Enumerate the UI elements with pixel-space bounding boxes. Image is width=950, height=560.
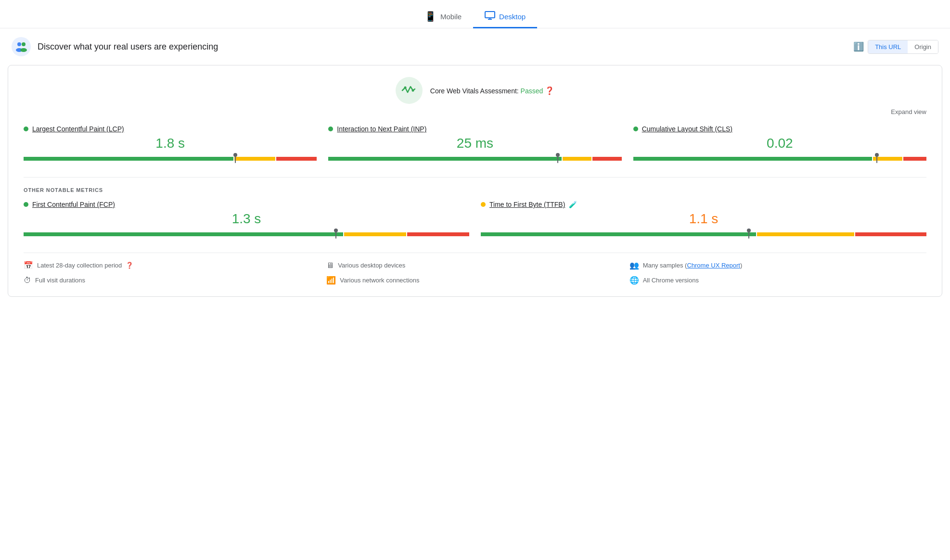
cls-value: 0.02 <box>633 136 926 151</box>
url-toggle: This URL Origin <box>868 40 938 54</box>
header-section: Discover what your real users are experi… <box>0 28 950 65</box>
footer-collection-text: Latest 28-day collection period <box>37 262 122 269</box>
metric-fcp: First Contentful Paint (FCP) 1.3 s <box>24 201 469 239</box>
cls-link[interactable]: Cumulative Layout Shift (CLS) <box>642 125 732 133</box>
desktop-icon <box>485 11 495 22</box>
expand-view-link[interactable]: Expand view <box>891 108 926 115</box>
timer-icon: ⏱ <box>24 276 31 285</box>
fcp-dot <box>24 202 28 207</box>
footer-visit-durations: ⏱ Full visit durations <box>24 276 321 285</box>
metric-lcp: Largest Contentful Paint (LCP) 1.8 s <box>24 125 317 164</box>
users-small-icon: 👥 <box>629 261 639 270</box>
ttfb-value: 1.1 s <box>481 211 926 227</box>
footer-samples-text: Many samples (Chrome UX Report) <box>643 262 743 269</box>
metric-cls: Cumulative Layout Shift (CLS) 0.02 <box>633 125 926 164</box>
footer-info: 📅 Latest 28-day collection period ❓ 🖥 Va… <box>24 253 926 285</box>
tab-desktop[interactable]: Desktop <box>473 6 537 28</box>
origin-button[interactable]: Origin <box>908 40 938 53</box>
mobile-icon: 📱 <box>424 11 436 22</box>
info-icon[interactable]: ℹ️ <box>853 41 864 52</box>
calendar-icon: 📅 <box>24 261 33 270</box>
svg-point-8 <box>404 87 406 89</box>
section-divider <box>24 177 926 178</box>
lcp-link[interactable]: Largest Contentful Paint (LCP) <box>32 125 124 133</box>
cls-bar-red <box>903 157 926 161</box>
footer-chrome-text: All Chrome versions <box>643 277 699 284</box>
fcp-bar-marker <box>335 230 336 239</box>
ttfb-label: Time to First Byte (TTFB) 🧪 <box>481 201 926 208</box>
lcp-bar-orange <box>234 157 275 161</box>
footer-devices-text: Various desktop devices <box>338 262 405 269</box>
svg-point-5 <box>22 42 26 46</box>
lcp-value: 1.8 s <box>24 136 317 151</box>
cwv-help-icon[interactable]: ❓ <box>545 87 554 95</box>
cls-bar <box>633 154 926 164</box>
cls-label: Cumulative Layout Shift (CLS) <box>633 125 926 133</box>
lcp-bar-red <box>276 157 317 161</box>
svg-point-7 <box>20 48 27 52</box>
metric-inp: Interaction to Next Paint (INP) 25 ms <box>328 125 621 164</box>
footer-network-text: Various network connections <box>340 277 419 284</box>
inp-bar-green <box>328 157 561 161</box>
metrics-grid-top: Largest Contentful Paint (LCP) 1.8 s Int… <box>24 125 926 164</box>
other-metrics-label: OTHER NOTABLE METRICS <box>24 187 926 193</box>
cwv-assessment-label: Core Web Vitals Assessment: <box>430 87 519 95</box>
main-card: Core Web Vitals Assessment: Passed ❓ Exp… <box>8 65 942 297</box>
fcp-link[interactable]: First Contentful Paint (FCP) <box>32 201 115 208</box>
lcp-bar <box>24 154 317 164</box>
ttfb-link[interactable]: Time to First Byte (TTFB) <box>489 201 565 208</box>
footer-collection-help[interactable]: ❓ <box>126 262 133 269</box>
fcp-bar <box>24 229 469 239</box>
fcp-label: First Contentful Paint (FCP) <box>24 201 469 208</box>
footer-collection-period: 📅 Latest 28-day collection period ❓ <box>24 261 321 270</box>
inp-bar-red <box>592 157 622 161</box>
cls-bar-orange <box>873 157 902 161</box>
cwv-header: Core Web Vitals Assessment: Passed ❓ <box>24 77 926 104</box>
tab-mobile-label: Mobile <box>440 13 462 21</box>
tab-desktop-label: Desktop <box>499 13 526 21</box>
fcp-bar-orange <box>344 232 406 236</box>
footer-visit-text: Full visit durations <box>35 277 85 284</box>
inp-value: 25 ms <box>328 136 621 151</box>
ttfb-bar-green <box>481 232 756 236</box>
chrome-icon: 🌐 <box>629 276 639 285</box>
crux-link[interactable]: Chrome UX Report <box>687 262 740 269</box>
lcp-bar-green <box>24 157 233 161</box>
this-url-button[interactable]: This URL <box>868 40 908 53</box>
cwv-title: Core Web Vitals Assessment: Passed ❓ <box>430 86 554 95</box>
network-icon: 📶 <box>326 276 336 285</box>
svg-rect-0 <box>485 12 495 18</box>
lcp-bar-marker <box>235 154 236 163</box>
tab-mobile[interactable]: 📱 Mobile <box>413 6 473 28</box>
ttfb-bar-red <box>855 232 926 236</box>
cls-dot <box>633 127 638 131</box>
ttfb-bar-marker <box>748 230 749 239</box>
ttfb-dot <box>481 202 486 207</box>
svg-point-9 <box>411 89 414 92</box>
inp-link[interactable]: Interaction to Next Paint (INP) <box>337 125 426 133</box>
tab-bar: 📱 Mobile Desktop <box>0 0 950 28</box>
fcp-bar-green <box>24 232 343 236</box>
footer-chrome: 🌐 All Chrome versions <box>629 276 926 285</box>
ttfb-bar <box>481 229 926 239</box>
footer-samples: 👥 Many samples (Chrome UX Report) <box>629 261 926 270</box>
svg-point-4 <box>17 42 21 46</box>
header-left: Discover what your real users are experi… <box>12 37 218 56</box>
footer-network: 📶 Various network connections <box>326 276 623 285</box>
metrics-grid-bottom: First Contentful Paint (FCP) 1.3 s Time … <box>24 201 926 239</box>
monitor-icon: 🖥 <box>326 261 334 270</box>
inp-label: Interaction to Next Paint (INP) <box>328 125 621 133</box>
users-icon <box>12 37 31 56</box>
expand-view: Expand view <box>24 108 926 115</box>
fcp-bar-red <box>407 232 469 236</box>
ttfb-bar-orange <box>757 232 855 236</box>
header-title: Discover what your real users are experi… <box>38 42 218 52</box>
lcp-dot <box>24 127 28 131</box>
metric-ttfb: Time to First Byte (TTFB) 🧪 1.1 s <box>481 201 926 239</box>
footer-devices: 🖥 Various desktop devices <box>326 261 623 270</box>
flask-icon: 🧪 <box>569 201 577 208</box>
inp-bar-marker <box>557 154 558 163</box>
cwv-status: Passed <box>521 87 543 95</box>
lcp-label: Largest Contentful Paint (LCP) <box>24 125 317 133</box>
header-right: ℹ️ This URL Origin <box>853 40 938 54</box>
